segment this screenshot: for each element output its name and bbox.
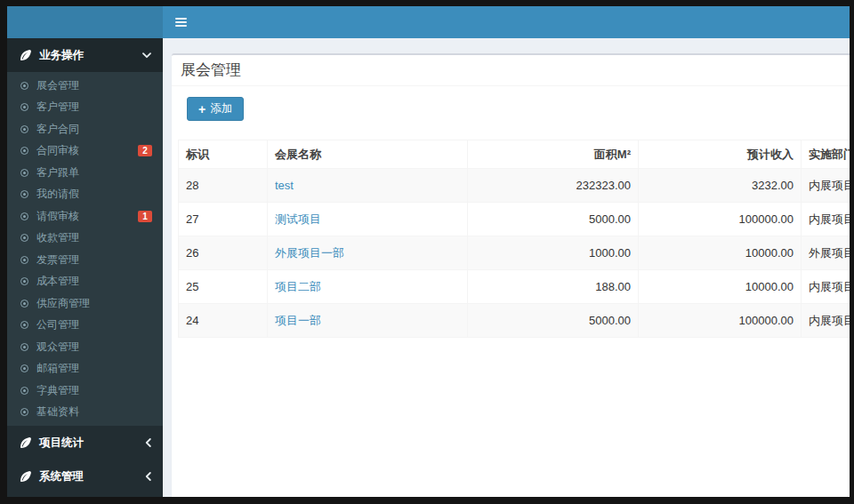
disc-icon <box>20 212 28 220</box>
sidebar-item-label: 字典管理 <box>36 383 79 398</box>
column-header-dept: 实施部门 <box>802 140 850 169</box>
table-row: 27 测试项目 5000.00 100000.00 内展项目 <box>179 203 850 236</box>
leaf-icon <box>19 436 31 449</box>
leaf-icon <box>19 470 31 483</box>
sidebar-item-label: 基础资料 <box>36 404 79 420</box>
sidebar-section-system-mgmt[interactable]: 系统管理 <box>7 460 163 493</box>
navbar-logo[interactable] <box>7 6 163 38</box>
sidebar-item-customer-mgmt[interactable]: 客户管理 <box>7 97 163 119</box>
sidebar-section-business-ops[interactable]: 业务操作 <box>7 38 163 72</box>
exhibition-link[interactable]: test <box>275 179 294 192</box>
top-navbar <box>7 6 850 38</box>
sidebar-item-customer-contract[interactable]: 客户合同 <box>7 118 163 140</box>
hamburger-icon <box>175 16 187 28</box>
sidebar-item-label: 客户跟单 <box>36 165 79 180</box>
exhibition-link[interactable]: 测试项目 <box>275 212 321 226</box>
disc-icon <box>20 343 28 351</box>
disc-icon <box>20 125 28 133</box>
exhibitions-table: 标识 会展名称 面积M² 预计收入 实施部门 28 test 232323.00 <box>178 140 850 338</box>
cell-income: 10000.00 <box>639 270 802 304</box>
cell-area: 5000.00 <box>468 304 639 338</box>
column-header-area: 面积M² <box>468 140 639 169</box>
cell-income: 100000.00 <box>639 304 802 338</box>
sidebar-item-label: 成本管理 <box>36 274 79 289</box>
sidebar-item-basic-data[interactable]: 基础资料 <box>7 402 163 424</box>
sidebar: 业务操作 展会管理 客户管理 客户合同 合同审核 2 <box>7 38 163 497</box>
disc-icon <box>20 82 28 90</box>
sidebar-toggle-button[interactable] <box>166 11 196 34</box>
sidebar-item-invoice-mgmt[interactable]: 发票管理 <box>7 249 163 271</box>
sidebar-item-mailbox-mgmt[interactable]: 邮箱管理 <box>7 358 163 380</box>
sidebar-item-exhibition-mgmt[interactable]: 展会管理 <box>7 75 163 97</box>
sidebar-item-leave-review[interactable]: 请假审核 1 <box>7 205 163 228</box>
cell-area: 188.00 <box>468 270 639 304</box>
table-row: 26 外展项目一部 1000.00 10000.00 外展项目 <box>179 236 850 270</box>
sidebar-item-label: 邮箱管理 <box>36 361 79 376</box>
sidebar-item-label: 发票管理 <box>36 252 79 268</box>
table-row: 24 项目一部 5000.00 100000.00 内展项目 <box>179 304 850 338</box>
sidebar-item-label: 展会管理 <box>36 78 79 93</box>
sidebar-section-label: 业务操作 <box>39 48 84 63</box>
column-header-income: 预计收入 <box>639 140 802 169</box>
sidebar-item-dictionary-mgmt[interactable]: 字典管理 <box>7 380 163 402</box>
cell-area: 5000.00 <box>468 203 639 236</box>
cell-income: 10000.00 <box>639 236 802 270</box>
sidebar-section-project-stats[interactable]: 项目统计 <box>7 426 163 460</box>
sidebar-item-label: 公司管理 <box>36 317 79 332</box>
table-header-row: 标识 会展名称 面积M² 预计收入 实施部门 <box>179 140 850 169</box>
notification-badge: 2 <box>138 145 152 156</box>
sidebar-item-label: 合同审核 <box>36 143 79 158</box>
chevron-down-icon <box>142 52 151 59</box>
box-body: + 添加 标识 会展名称 面积M² 预计收入 实施部门 <box>172 86 850 344</box>
disc-icon <box>20 300 28 308</box>
sidebar-item-contract-review[interactable]: 合同审核 2 <box>7 140 163 163</box>
plus-icon: + <box>198 103 205 116</box>
sidebar-item-label: 观众管理 <box>36 340 79 355</box>
disc-icon <box>20 277 28 285</box>
leaf-icon <box>19 49 31 61</box>
cell-id: 26 <box>179 236 268 270</box>
sidebar-item-my-leave[interactable]: 我的请假 <box>7 184 163 206</box>
disc-icon <box>20 103 28 111</box>
cell-dept: 内展项目 <box>802 169 850 203</box>
exhibition-link[interactable]: 项目一部 <box>275 314 321 327</box>
disc-icon <box>20 234 28 242</box>
cell-id: 25 <box>179 270 268 304</box>
sidebar-item-customer-followup[interactable]: 客户跟单 <box>7 162 163 184</box>
cell-id: 27 <box>179 203 268 236</box>
cell-dept: 内展项目 <box>802 270 850 304</box>
box-header: 展会管理 <box>172 55 850 86</box>
page-title: 展会管理 <box>181 62 850 78</box>
app-window: 业务操作 展会管理 客户管理 客户合同 合同审核 2 <box>7 6 850 497</box>
sidebar-item-audience-mgmt[interactable]: 观众管理 <box>7 336 163 358</box>
sidebar-item-company-mgmt[interactable]: 公司管理 <box>7 315 163 337</box>
disc-icon <box>20 408 28 416</box>
column-header-id: 标识 <box>179 140 268 169</box>
sidebar-item-payment-mgmt[interactable]: 收款管理 <box>7 228 163 250</box>
disc-icon <box>20 321 28 329</box>
cell-id: 28 <box>179 169 268 203</box>
cell-id: 24 <box>179 304 268 338</box>
disc-icon <box>20 256 28 264</box>
add-button[interactable]: + 添加 <box>187 97 244 121</box>
cell-dept: 外展项目 <box>802 236 850 270</box>
cell-income: 100000.00 <box>639 203 802 236</box>
sidebar-submenu: 展会管理 客户管理 客户合同 合同审核 2 客户跟单 我的请假 <box>7 72 163 426</box>
disc-icon <box>20 169 28 177</box>
table-row: 28 test 232323.00 3232.00 内展项目 <box>179 169 850 203</box>
sidebar-item-label: 供应商管理 <box>36 296 90 311</box>
sidebar-item-label: 客户管理 <box>36 100 79 115</box>
disc-icon <box>20 364 28 372</box>
sidebar-item-cost-mgmt[interactable]: 成本管理 <box>7 271 163 293</box>
sidebar-item-label: 请假审核 <box>36 209 79 224</box>
sidebar-filler <box>7 493 163 497</box>
sidebar-item-label: 我的请假 <box>36 187 79 202</box>
sidebar-item-supplier-mgmt[interactable]: 供应商管理 <box>7 292 163 315</box>
add-button-label: 添加 <box>210 101 232 116</box>
cell-area: 1000.00 <box>468 236 639 270</box>
exhibition-link[interactable]: 项目二部 <box>275 280 321 293</box>
sidebar-item-label: 客户合同 <box>36 122 79 137</box>
chevron-left-icon <box>145 438 151 447</box>
exhibition-link[interactable]: 外展项目一部 <box>275 246 344 260</box>
disc-icon <box>20 147 28 155</box>
